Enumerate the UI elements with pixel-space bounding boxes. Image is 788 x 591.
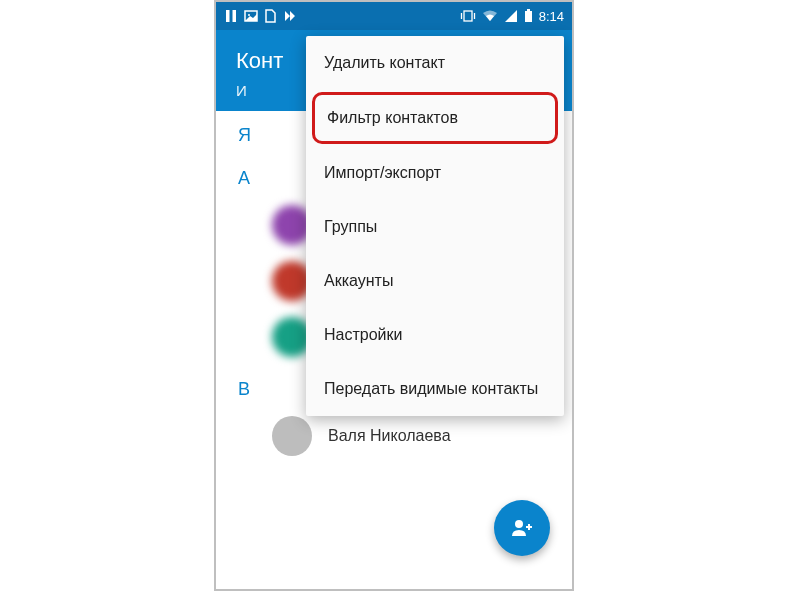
svg-point-3 (248, 14, 250, 16)
menu-item[interactable]: Передать видимые контакты (306, 362, 564, 416)
svg-point-9 (515, 520, 523, 528)
avatar (272, 416, 312, 456)
contact-row[interactable]: Валя Николаева (216, 408, 572, 464)
tab-item[interactable]: И (236, 82, 247, 99)
play-icon (282, 9, 296, 23)
status-icons-right: 8:14 (460, 9, 564, 24)
contact-name: Валя Николаева (328, 427, 451, 445)
add-contact-icon (510, 516, 534, 540)
menu-item[interactable]: Импорт/экспорт (306, 146, 564, 200)
wifi-icon (482, 9, 498, 23)
svg-rect-4 (464, 11, 472, 21)
overflow-menu: Удалить контактФильтр контактовИмпорт/эк… (306, 36, 564, 416)
add-contact-fab[interactable] (494, 500, 550, 556)
battery-icon (524, 9, 533, 23)
svg-rect-7 (525, 11, 532, 22)
status-bar: 8:14 (216, 2, 572, 30)
signal-icon (504, 9, 518, 23)
menu-item[interactable]: Фильтр контактов (312, 92, 558, 144)
sim-icon (264, 9, 276, 23)
phone-screen: 8:14 Конт И ЯАВВаля Николаева Удалить ко… (214, 0, 574, 591)
pause-icon (224, 9, 238, 23)
vibrate-icon (460, 9, 476, 23)
menu-item[interactable]: Настройки (306, 308, 564, 362)
status-icons-left (224, 9, 296, 23)
menu-item[interactable]: Группы (306, 200, 564, 254)
status-time: 8:14 (539, 9, 564, 24)
svg-rect-8 (527, 9, 530, 11)
svg-rect-0 (226, 10, 230, 22)
menu-item[interactable]: Аккаунты (306, 254, 564, 308)
menu-item[interactable]: Удалить контакт (306, 36, 564, 90)
svg-rect-1 (233, 10, 237, 22)
image-icon (244, 9, 258, 23)
